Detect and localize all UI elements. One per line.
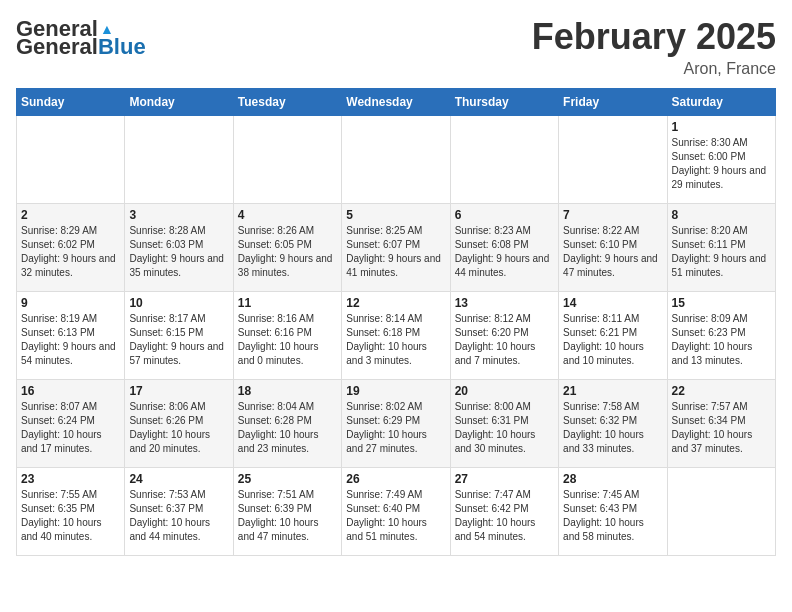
day-number: 20 — [455, 384, 554, 398]
day-info: Sunrise: 7:47 AM Sunset: 6:42 PM Dayligh… — [455, 488, 554, 544]
calendar-cell — [17, 116, 125, 204]
calendar-cell: 24Sunrise: 7:53 AM Sunset: 6:37 PM Dayli… — [125, 468, 233, 556]
day-info: Sunrise: 7:49 AM Sunset: 6:40 PM Dayligh… — [346, 488, 445, 544]
day-number: 6 — [455, 208, 554, 222]
day-number: 1 — [672, 120, 771, 134]
calendar-cell: 11Sunrise: 8:16 AM Sunset: 6:16 PM Dayli… — [233, 292, 341, 380]
calendar-header-row: SundayMondayTuesdayWednesdayThursdayFrid… — [17, 89, 776, 116]
calendar-header-monday: Monday — [125, 89, 233, 116]
calendar-cell: 28Sunrise: 7:45 AM Sunset: 6:43 PM Dayli… — [559, 468, 667, 556]
day-number: 15 — [672, 296, 771, 310]
calendar-cell: 21Sunrise: 7:58 AM Sunset: 6:32 PM Dayli… — [559, 380, 667, 468]
day-info: Sunrise: 8:11 AM Sunset: 6:21 PM Dayligh… — [563, 312, 662, 368]
calendar-week-row: 16Sunrise: 8:07 AM Sunset: 6:24 PM Dayli… — [17, 380, 776, 468]
calendar-cell: 5Sunrise: 8:25 AM Sunset: 6:07 PM Daylig… — [342, 204, 450, 292]
day-info: Sunrise: 8:29 AM Sunset: 6:02 PM Dayligh… — [21, 224, 120, 280]
calendar-cell: 12Sunrise: 8:14 AM Sunset: 6:18 PM Dayli… — [342, 292, 450, 380]
day-number: 3 — [129, 208, 228, 222]
day-info: Sunrise: 8:20 AM Sunset: 6:11 PM Dayligh… — [672, 224, 771, 280]
logo: General ▲ GeneralBlue — [16, 16, 146, 60]
calendar-cell — [125, 116, 233, 204]
day-number: 7 — [563, 208, 662, 222]
day-number: 9 — [21, 296, 120, 310]
logo-blue-text: Blue — [98, 34, 146, 59]
calendar-header-sunday: Sunday — [17, 89, 125, 116]
calendar-cell: 18Sunrise: 8:04 AM Sunset: 6:28 PM Dayli… — [233, 380, 341, 468]
day-info: Sunrise: 8:04 AM Sunset: 6:28 PM Dayligh… — [238, 400, 337, 456]
day-info: Sunrise: 7:45 AM Sunset: 6:43 PM Dayligh… — [563, 488, 662, 544]
day-number: 5 — [346, 208, 445, 222]
day-number: 19 — [346, 384, 445, 398]
day-info: Sunrise: 8:28 AM Sunset: 6:03 PM Dayligh… — [129, 224, 228, 280]
calendar-cell: 15Sunrise: 8:09 AM Sunset: 6:23 PM Dayli… — [667, 292, 775, 380]
day-number: 24 — [129, 472, 228, 486]
calendar-cell — [559, 116, 667, 204]
calendar-header-tuesday: Tuesday — [233, 89, 341, 116]
day-info: Sunrise: 8:30 AM Sunset: 6:00 PM Dayligh… — [672, 136, 771, 192]
day-info: Sunrise: 8:07 AM Sunset: 6:24 PM Dayligh… — [21, 400, 120, 456]
calendar-cell: 13Sunrise: 8:12 AM Sunset: 6:20 PM Dayli… — [450, 292, 558, 380]
calendar-cell: 25Sunrise: 7:51 AM Sunset: 6:39 PM Dayli… — [233, 468, 341, 556]
calendar-cell: 3Sunrise: 8:28 AM Sunset: 6:03 PM Daylig… — [125, 204, 233, 292]
page-header: General ▲ GeneralBlue February 2025 Aron… — [16, 16, 776, 78]
calendar-week-row: 9Sunrise: 8:19 AM Sunset: 6:13 PM Daylig… — [17, 292, 776, 380]
day-info: Sunrise: 8:23 AM Sunset: 6:08 PM Dayligh… — [455, 224, 554, 280]
day-number: 23 — [21, 472, 120, 486]
day-info: Sunrise: 8:17 AM Sunset: 6:15 PM Dayligh… — [129, 312, 228, 368]
calendar-cell: 8Sunrise: 8:20 AM Sunset: 6:11 PM Daylig… — [667, 204, 775, 292]
day-number: 26 — [346, 472, 445, 486]
logo-general-bottom: General — [16, 34, 98, 59]
day-number: 17 — [129, 384, 228, 398]
day-info: Sunrise: 8:00 AM Sunset: 6:31 PM Dayligh… — [455, 400, 554, 456]
day-number: 22 — [672, 384, 771, 398]
calendar-cell: 26Sunrise: 7:49 AM Sunset: 6:40 PM Dayli… — [342, 468, 450, 556]
calendar-cell: 23Sunrise: 7:55 AM Sunset: 6:35 PM Dayli… — [17, 468, 125, 556]
day-number: 12 — [346, 296, 445, 310]
day-number: 8 — [672, 208, 771, 222]
day-number: 14 — [563, 296, 662, 310]
calendar-cell: 16Sunrise: 8:07 AM Sunset: 6:24 PM Dayli… — [17, 380, 125, 468]
calendar-cell — [233, 116, 341, 204]
calendar-cell: 17Sunrise: 8:06 AM Sunset: 6:26 PM Dayli… — [125, 380, 233, 468]
day-number: 2 — [21, 208, 120, 222]
day-info: Sunrise: 8:26 AM Sunset: 6:05 PM Dayligh… — [238, 224, 337, 280]
calendar-cell: 7Sunrise: 8:22 AM Sunset: 6:10 PM Daylig… — [559, 204, 667, 292]
day-info: Sunrise: 7:57 AM Sunset: 6:34 PM Dayligh… — [672, 400, 771, 456]
calendar-cell — [342, 116, 450, 204]
day-info: Sunrise: 8:14 AM Sunset: 6:18 PM Dayligh… — [346, 312, 445, 368]
calendar-cell: 14Sunrise: 8:11 AM Sunset: 6:21 PM Dayli… — [559, 292, 667, 380]
day-info: Sunrise: 8:12 AM Sunset: 6:20 PM Dayligh… — [455, 312, 554, 368]
day-info: Sunrise: 8:25 AM Sunset: 6:07 PM Dayligh… — [346, 224, 445, 280]
day-number: 10 — [129, 296, 228, 310]
day-number: 28 — [563, 472, 662, 486]
calendar-cell — [667, 468, 775, 556]
day-number: 21 — [563, 384, 662, 398]
calendar-cell: 1Sunrise: 8:30 AM Sunset: 6:00 PM Daylig… — [667, 116, 775, 204]
day-number: 27 — [455, 472, 554, 486]
calendar-cell: 6Sunrise: 8:23 AM Sunset: 6:08 PM Daylig… — [450, 204, 558, 292]
calendar-cell: 10Sunrise: 8:17 AM Sunset: 6:15 PM Dayli… — [125, 292, 233, 380]
day-info: Sunrise: 7:53 AM Sunset: 6:37 PM Dayligh… — [129, 488, 228, 544]
day-info: Sunrise: 8:06 AM Sunset: 6:26 PM Dayligh… — [129, 400, 228, 456]
day-info: Sunrise: 8:19 AM Sunset: 6:13 PM Dayligh… — [21, 312, 120, 368]
day-info: Sunrise: 7:51 AM Sunset: 6:39 PM Dayligh… — [238, 488, 337, 544]
calendar-header-thursday: Thursday — [450, 89, 558, 116]
calendar-cell: 4Sunrise: 8:26 AM Sunset: 6:05 PM Daylig… — [233, 204, 341, 292]
calendar-table: SundayMondayTuesdayWednesdayThursdayFrid… — [16, 88, 776, 556]
day-number: 18 — [238, 384, 337, 398]
calendar-week-row: 2Sunrise: 8:29 AM Sunset: 6:02 PM Daylig… — [17, 204, 776, 292]
location: Aron, France — [532, 60, 776, 78]
calendar-cell: 9Sunrise: 8:19 AM Sunset: 6:13 PM Daylig… — [17, 292, 125, 380]
day-info: Sunrise: 8:22 AM Sunset: 6:10 PM Dayligh… — [563, 224, 662, 280]
day-number: 11 — [238, 296, 337, 310]
day-info: Sunrise: 7:58 AM Sunset: 6:32 PM Dayligh… — [563, 400, 662, 456]
calendar-cell: 22Sunrise: 7:57 AM Sunset: 6:34 PM Dayli… — [667, 380, 775, 468]
day-info: Sunrise: 8:02 AM Sunset: 6:29 PM Dayligh… — [346, 400, 445, 456]
day-info: Sunrise: 8:16 AM Sunset: 6:16 PM Dayligh… — [238, 312, 337, 368]
calendar-header-wednesday: Wednesday — [342, 89, 450, 116]
day-info: Sunrise: 8:09 AM Sunset: 6:23 PM Dayligh… — [672, 312, 771, 368]
month-title: February 2025 — [532, 16, 776, 58]
calendar-cell: 2Sunrise: 8:29 AM Sunset: 6:02 PM Daylig… — [17, 204, 125, 292]
calendar-cell: 20Sunrise: 8:00 AM Sunset: 6:31 PM Dayli… — [450, 380, 558, 468]
calendar-cell — [450, 116, 558, 204]
